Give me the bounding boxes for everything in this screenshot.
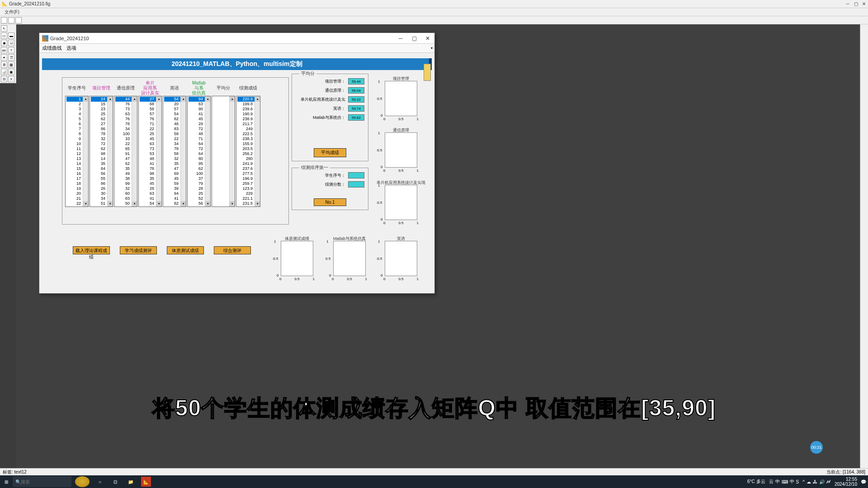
avg-comm-label: 通信原理： (294, 88, 345, 94)
tray-cloud-icon[interactable]: ☁ (807, 479, 811, 484)
plot-comm: 通信原理 10.50 00.51 (385, 132, 417, 168)
tray-network-icon[interactable]: 🖧 (813, 479, 817, 484)
compute-rank-button[interactable]: No.1 (314, 198, 346, 206)
tool-slider[interactable]: ▬ (8, 33, 14, 39)
maximize-button[interactable]: ▢ (852, 0, 860, 7)
save-file-icon[interactable] (15, 17, 22, 23)
taskbar-tray: 6°C 多云 云中⌨中S ^ ☁ 🖧 🔊 🗲 12:55 2024/12/10 … (747, 477, 866, 487)
weather-widget[interactable]: 6°C 多云 (747, 479, 765, 485)
fig-maximize-button[interactable]: ▢ (407, 33, 421, 44)
tray-volume-icon[interactable]: 🔊 (819, 479, 825, 484)
comprehensive-eval-button[interactable]: 综合测评 (214, 246, 251, 254)
status-right: 当前点: [1164, 388] (826, 469, 865, 475)
tool-check[interactable]: ☑ (8, 40, 14, 46)
side-yellow-tab[interactable] (424, 64, 431, 81)
plot-comm-title: 通信原理 (393, 127, 409, 133)
open-file-icon[interactable] (8, 17, 14, 23)
ide-window-controls: ─ ▢ ✕ (844, 0, 868, 7)
listbox-mcu[interactable]: 2768585776712225456373534841789835452863… (138, 96, 162, 207)
task-view-icon[interactable]: ⊡ (110, 477, 120, 487)
tray-lang-item[interactable]: ⌨ (782, 479, 788, 484)
tool-radio[interactable]: ◉ (1, 40, 7, 46)
col-header-comp: 综测成绩 (239, 80, 257, 96)
listbox-avg[interactable]: ▴▾ (212, 96, 235, 207)
tool-axes[interactable]: 📊 (1, 69, 7, 75)
guide-tool-palette: ↖ ▭▬ ◉☑ abT ▾☰ ⊞▦ 📊▣ ⊟X (0, 24, 16, 83)
ide-menubar: 文件(F) (0, 8, 868, 16)
status-left: 标签: text12 (3, 469, 27, 475)
tray-lang-item[interactable]: 中 (790, 479, 794, 485)
tool-toggle[interactable]: ⊞ (1, 61, 7, 68)
tool-btngroup[interactable]: ⊟ (1, 76, 7, 82)
tool-select[interactable]: ↖ (1, 25, 7, 32)
tool-activex[interactable]: X (8, 76, 14, 82)
tray-lang-item[interactable]: S (796, 479, 799, 484)
tool-panel[interactable]: ▣ (8, 69, 14, 75)
recording-badge: 00:21 (810, 441, 823, 454)
file-explorer-icon[interactable]: 📁 (126, 477, 136, 487)
taskbar-coin-icon[interactable] (75, 476, 90, 487)
minimize-button[interactable]: ─ (844, 0, 852, 7)
listbox-english[interactable]: 5420575482468358223478583235476945593994… (163, 96, 186, 207)
matlab-app-icon[interactable]: 📐 (141, 477, 151, 487)
col-header-comm: 通信原理 (117, 80, 135, 96)
plot-fitness: 体质测试成绩 10.50 00.51 (281, 241, 313, 276)
tool-popup[interactable]: ▾ (1, 54, 7, 61)
fitness-test-button[interactable]: 体质测试成绩 (167, 246, 204, 254)
close-button[interactable]: ✕ (860, 0, 868, 7)
col-header-english: 英语 (170, 80, 179, 96)
menu-overflow-icon[interactable]: ▾ (431, 46, 433, 50)
tray-lang-icons: 云中⌨中S (769, 479, 799, 485)
menu-curve[interactable]: 成绩曲线 (42, 45, 62, 52)
cortana-icon[interactable]: ○ (95, 477, 105, 487)
rank-panel: 综测排序第一 学生序号： 综测分数： No.1 (292, 168, 368, 210)
app-header-band: 20241210_MATLAB、Python、multisim定制 (42, 58, 432, 70)
new-file-icon[interactable] (1, 17, 7, 23)
compute-avg-button[interactable]: 平均成绩 (314, 148, 346, 157)
avg-english-label: 英语： (294, 106, 345, 112)
listbox-matlab[interactable]: 9463904145297248716472648095621003779282… (187, 96, 211, 207)
matlab-icon: 📐 (2, 1, 7, 7)
ide-status-bar: 标签: text12 当前点: [1164, 388] (0, 468, 868, 475)
tray-battery-icon[interactable]: 🗲 (826, 479, 831, 484)
taskbar-clock[interactable]: 12:55 2024/12/10 (835, 477, 857, 487)
tool-push[interactable]: ▭ (1, 33, 7, 39)
avg-projmgmt-value: 58.44 (348, 78, 364, 84)
listbox-student[interactable]: 12345678910111213141516171819202122▴▾ (65, 96, 89, 207)
plot-mcu-title: 单片机应用系统设计及实现 (377, 180, 425, 186)
avg-comm-value: 58.04 (348, 87, 364, 94)
avg-panel-title: 平均分 (299, 70, 316, 77)
fig-minimize-button[interactable]: ─ (394, 33, 407, 44)
load-grades-button[interactable]: 载入理论课程成绩 (73, 246, 110, 254)
figure-icon (42, 35, 48, 42)
tool-edit[interactable]: ab (1, 47, 7, 53)
listbox-comp[interactable]: 220.9199.8239.6190.9238.9211.7249222.523… (236, 96, 260, 207)
col-header-projmgmt: 项目管理 (92, 80, 110, 96)
avg-projmgmt-label: 项目管理： (294, 79, 345, 84)
matlab-ide-window: 📐 Grade_20241210.fig ─ ▢ ✕ 文件(F) ↖ ▭▬ ◉☑… (0, 0, 868, 482)
figure-window: Grade_20241210 ─ ▢ ✕ 成绩曲线 选项 ▾ 20241210_… (39, 33, 435, 294)
clock-time: 12:55 (835, 477, 857, 482)
col-header-matlab: Matlab 与系 统仿真 (192, 80, 206, 96)
tool-table[interactable]: ▦ (8, 61, 14, 68)
notification-icon[interactable]: 💬 (861, 479, 866, 484)
clock-date: 2024/12/10 (835, 482, 857, 487)
menu-file[interactable]: 文件(F) (2, 9, 22, 15)
taskbar-search[interactable]: 🔍 (13, 476, 71, 487)
plot-projmgmt: 项目管理 10.50 00.51 (385, 81, 417, 116)
listbox-projmgmt[interactable]: 2415232562278678327262981435845655862630… (90, 96, 113, 207)
start-button[interactable]: ⊞ (2, 477, 11, 486)
tray-lang-item[interactable]: 云 (769, 479, 774, 485)
search-input[interactable] (21, 479, 69, 484)
plot-matlab: Matlab与系统仿真 10.50 00.51 (333, 241, 366, 276)
tray-chevron-icon[interactable]: ^ (802, 479, 805, 484)
tool-listbox[interactable]: ☰ (8, 54, 14, 61)
tool-text[interactable]: T (8, 47, 14, 53)
listbox-comm[interactable]: 4476736376783410033226591476235493899326… (114, 96, 137, 207)
menu-options[interactable]: 选项 (66, 45, 76, 52)
tray-lang-item[interactable]: 中 (775, 479, 780, 485)
figure-titlebar[interactable]: Grade_20241210 ─ ▢ ✕ (39, 33, 434, 44)
study-eval-button[interactable]: 学习成绩测评 (120, 246, 157, 254)
plot-projmgmt-title: 项目管理 (393, 76, 409, 82)
fig-close-button[interactable]: ✕ (421, 33, 434, 44)
